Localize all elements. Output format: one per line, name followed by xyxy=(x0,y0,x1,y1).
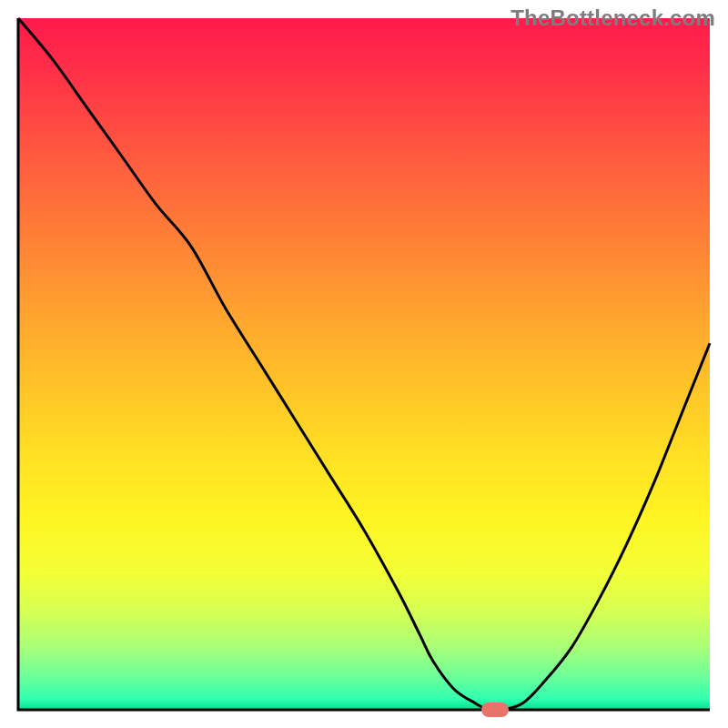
optimal-point-marker xyxy=(481,703,509,717)
plot-svg xyxy=(0,0,728,728)
plot-background xyxy=(18,18,710,710)
bottleneck-chart: TheBottleneck.com xyxy=(0,0,728,728)
watermark-text: TheBottleneck.com xyxy=(511,5,715,31)
